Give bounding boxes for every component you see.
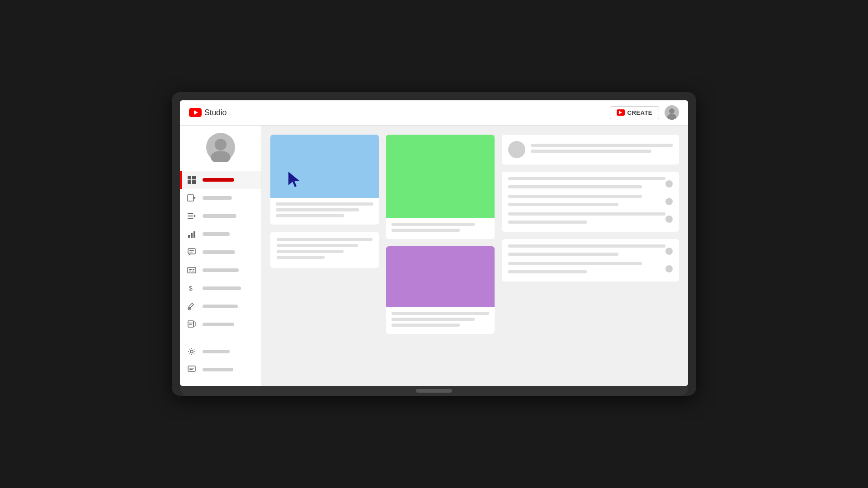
list-dot xyxy=(665,248,673,255)
sidebar-item-playlists[interactable] xyxy=(180,207,261,225)
person-icon xyxy=(665,105,679,120)
svg-rect-16 xyxy=(188,235,190,238)
svg-rect-18 xyxy=(193,231,195,238)
column-2 xyxy=(386,135,495,377)
card-line xyxy=(392,223,475,226)
card-line xyxy=(508,185,642,188)
svg-rect-13 xyxy=(188,216,193,216)
sidebar-item-dashboard[interactable] xyxy=(180,171,261,189)
sidebar: $ xyxy=(180,126,261,386)
feedback-icon xyxy=(187,365,196,374)
youtube-studio-logo: Studio xyxy=(189,108,226,117)
profile-text xyxy=(531,144,673,155)
subtitles-label xyxy=(203,268,239,272)
youtube-icon xyxy=(189,108,202,117)
svg-rect-27 xyxy=(192,271,194,272)
settings-label xyxy=(203,350,230,353)
analytics-icon xyxy=(187,230,196,239)
header-right: CREATE xyxy=(610,105,679,120)
create-button[interactable]: CREATE xyxy=(610,106,659,119)
laptop-notch xyxy=(416,389,452,393)
video-card-3[interactable] xyxy=(270,232,379,268)
dashboard-label xyxy=(203,178,234,182)
header: Studio CREATE xyxy=(180,100,688,126)
profile-card[interactable] xyxy=(502,135,679,164)
list-lines xyxy=(508,244,665,258)
svg-marker-11 xyxy=(193,197,196,199)
video-card-purple[interactable] xyxy=(386,246,495,334)
list-lines xyxy=(508,262,665,276)
list-card-1[interactable] xyxy=(502,172,679,232)
svg-rect-35 xyxy=(188,366,195,371)
sidebar-item-settings[interactable] xyxy=(180,343,261,361)
svg-rect-23 xyxy=(188,267,196,273)
sidebar-avatar xyxy=(180,133,261,162)
sidebar-item-content[interactable] xyxy=(180,189,261,207)
list-row xyxy=(508,212,673,226)
svg-rect-24 xyxy=(189,269,192,270)
sidebar-item-subtitles[interactable] xyxy=(180,261,261,279)
card-line xyxy=(508,203,618,206)
gear-icon xyxy=(187,347,196,356)
header-left: Studio xyxy=(189,108,226,117)
sidebar-item-comments[interactable] xyxy=(180,243,261,261)
card-line xyxy=(508,253,618,256)
avatar-person-icon xyxy=(206,133,235,162)
card-line xyxy=(276,214,344,217)
card-line xyxy=(277,250,344,253)
svg-point-4 xyxy=(215,139,226,150)
card-line xyxy=(508,221,587,224)
video-card-1[interactable] xyxy=(270,135,379,225)
card-line xyxy=(508,244,665,248)
sidebar-item-feedback[interactable] xyxy=(180,361,261,379)
audio-library-label xyxy=(203,323,234,326)
svg-point-3 xyxy=(667,114,676,120)
sidebar-item-monetization[interactable]: $ xyxy=(180,279,261,297)
card-1-body xyxy=(270,198,379,225)
svg-point-34 xyxy=(190,350,193,353)
svg-rect-8 xyxy=(188,180,191,184)
sidebar-item-analytics[interactable] xyxy=(180,225,261,243)
analytics-label xyxy=(203,232,230,236)
svg-rect-10 xyxy=(188,195,193,201)
card-line xyxy=(531,144,673,147)
subtitles-icon xyxy=(187,266,196,275)
card-line xyxy=(276,202,373,206)
card-line xyxy=(508,177,665,180)
list-row xyxy=(508,177,673,191)
list-lines xyxy=(508,195,665,209)
grid-icon xyxy=(187,175,196,184)
channel-avatar xyxy=(206,133,235,162)
svg-rect-9 xyxy=(192,180,196,184)
list-lines xyxy=(508,212,665,226)
list-dot xyxy=(665,265,673,272)
audio-library-icon xyxy=(187,320,196,329)
sidebar-navigation: $ xyxy=(180,171,261,333)
svg-text:$: $ xyxy=(189,285,193,292)
brush-icon xyxy=(187,302,196,311)
list-card-2[interactable] xyxy=(502,239,679,282)
svg-marker-38 xyxy=(288,172,299,187)
comments-icon xyxy=(187,248,196,257)
svg-rect-32 xyxy=(189,323,193,324)
playlists-label xyxy=(203,214,236,218)
card-line xyxy=(277,238,373,241)
sidebar-item-audio-library[interactable] xyxy=(180,315,261,333)
column-3 xyxy=(502,135,679,377)
list-row xyxy=(508,262,673,276)
user-avatar-button[interactable] xyxy=(665,105,679,120)
svg-marker-15 xyxy=(194,215,196,217)
video-card-green[interactable] xyxy=(386,135,495,239)
svg-point-5 xyxy=(211,151,231,162)
list-dot xyxy=(665,216,673,223)
sidebar-item-customization[interactable] xyxy=(180,297,261,315)
card-line xyxy=(276,208,359,211)
svg-rect-7 xyxy=(192,176,196,179)
customization-label xyxy=(203,305,238,308)
cursor-icon xyxy=(287,171,305,189)
svg-rect-19 xyxy=(188,249,195,254)
sidebar-bottom xyxy=(180,343,261,379)
card-line xyxy=(531,150,651,153)
create-label: CREATE xyxy=(627,109,652,116)
svg-rect-17 xyxy=(191,233,193,238)
